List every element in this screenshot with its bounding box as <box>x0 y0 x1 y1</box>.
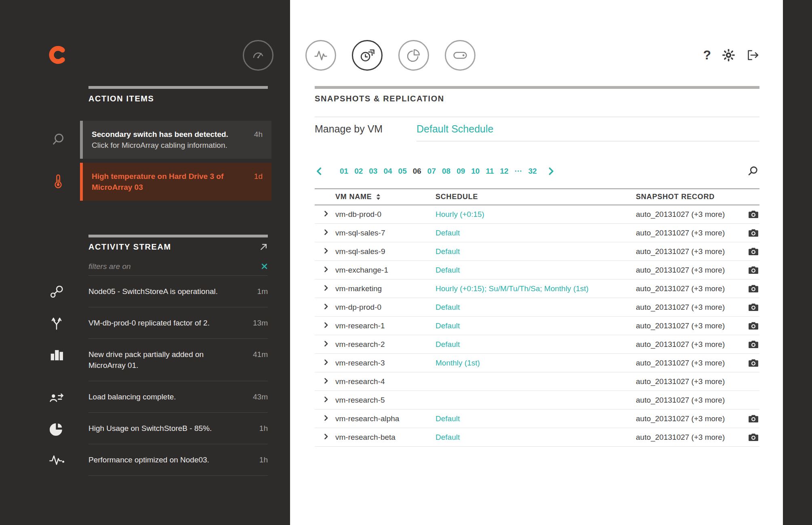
vm-name: vm-dp-prod-0 <box>335 303 435 312</box>
expand-row-button[interactable] <box>323 378 329 384</box>
nav-snapshots-button[interactable] <box>352 40 383 71</box>
expand-row-button[interactable] <box>323 396 329 403</box>
camera-icon[interactable] <box>748 340 759 349</box>
camera-icon[interactable] <box>748 247 759 256</box>
table-row: vm-research-1Defaultauto_20131027 (+3 mo… <box>315 317 759 335</box>
vm-schedule[interactable]: Hourly (+0:15); Su/M/Tu/Th/Sa; Monthly (… <box>435 284 636 293</box>
snapshot-record: auto_20131027 (+3 more) <box>636 247 743 256</box>
activity-item[interactable]: Performance optimized on Node03.1h <box>88 444 268 476</box>
expand-row-button[interactable] <box>323 248 329 254</box>
expand-row-button[interactable] <box>323 415 329 421</box>
vm-schedule[interactable]: Default <box>435 414 636 423</box>
expand-row-button[interactable] <box>323 322 329 328</box>
page-05[interactable]: 05 <box>398 167 407 176</box>
activity-text: Performance optimized on Node03. <box>88 454 247 465</box>
camera-icon[interactable] <box>748 359 759 368</box>
vm-schedule[interactable]: Default <box>435 229 636 237</box>
column-header-vm-name[interactable]: VM NAME <box>335 193 435 201</box>
close-icon[interactable] <box>261 263 268 270</box>
page-32[interactable]: 32 <box>528 167 537 176</box>
camera-icon[interactable] <box>748 229 759 237</box>
page-07[interactable]: 07 <box>427 167 436 176</box>
page-11[interactable]: 11 <box>486 167 494 176</box>
expand-row-button[interactable] <box>323 266 329 273</box>
activity-item[interactable]: VM-db-prod-0 replicated factor of 2.13m <box>88 307 268 339</box>
vm-schedule[interactable]: Default <box>435 303 636 312</box>
activity-item[interactable]: Node05 - SwitchStoreA is operational.1m <box>88 276 268 307</box>
main-panel: ? SNAPSHOTS & REPLICATION Manage by VMDe… <box>290 0 783 525</box>
search-icon[interactable] <box>747 166 759 177</box>
vm-schedule[interactable]: Default <box>435 266 636 275</box>
camera-icon[interactable] <box>748 266 759 275</box>
tab-manage-by-vm[interactable]: Manage by VM <box>315 117 417 141</box>
tab-default-schedule[interactable]: Default Schedule <box>417 117 493 141</box>
snapshot-record: auto_20131027 (+3 more) <box>636 396 743 405</box>
expand-row-button[interactable] <box>323 340 329 347</box>
activity-text: Load balancing complete. <box>88 391 247 402</box>
chevron-left-icon[interactable] <box>315 167 324 176</box>
activity-text: High Usage on SwitchStoreB - 85%. <box>88 423 247 434</box>
page-10[interactable]: 10 <box>471 167 480 176</box>
page-09[interactable]: 09 <box>456 167 465 176</box>
page-02[interactable]: 02 <box>354 167 363 176</box>
help-icon[interactable]: ? <box>703 48 711 62</box>
page-03[interactable]: 03 <box>369 167 377 176</box>
table-row: vm-research-alphaDefaultauto_20131027 (+… <box>315 410 759 428</box>
page-06[interactable]: 06 <box>413 167 421 176</box>
table-row: vm-research-4auto_20131027 (+3 more) <box>315 372 759 391</box>
coho-logo-icon[interactable] <box>48 44 69 65</box>
dashboard-gauge-button[interactable] <box>243 40 273 71</box>
activity-item[interactable]: High Usage on SwitchStoreB - 85%.1h <box>88 413 268 444</box>
activity-item[interactable]: New drive pack partially added on MicroA… <box>88 339 268 381</box>
expand-row-button[interactable] <box>323 210 329 217</box>
table-row: vm-research-3Monthly (1st)auto_20131027 … <box>315 354 759 372</box>
vm-name: vm-exchange-1 <box>335 266 435 275</box>
page-08[interactable]: 08 <box>442 167 450 176</box>
vm-name: vm-research-beta <box>335 433 435 442</box>
vm-schedule[interactable]: Monthly (1st) <box>435 359 636 368</box>
vm-schedule[interactable]: Hourly (+0:15) <box>435 210 636 219</box>
camera-icon[interactable] <box>748 210 759 219</box>
vm-name: vm-sql-sales-7 <box>335 229 435 237</box>
page-04[interactable]: 04 <box>383 167 392 176</box>
table-body: vm-db-prod-0Hourly (+0:15)auto_20131027 … <box>315 205 759 447</box>
action-item-card[interactable]: Secondary switch has been detected.4hCli… <box>80 121 271 159</box>
activity-time: 1h <box>247 454 268 465</box>
vm-name: vm-db-prod-0 <box>335 210 435 219</box>
page-12[interactable]: 12 <box>500 167 509 176</box>
activity-time: 1h <box>247 423 268 434</box>
camera-icon[interactable] <box>748 433 759 442</box>
gear-icon[interactable] <box>722 48 735 62</box>
expand-row-button[interactable] <box>323 303 329 310</box>
snapshot-record: auto_20131027 (+3 more) <box>636 210 743 219</box>
magnifier-icon <box>50 131 67 148</box>
camera-icon[interactable] <box>748 303 759 312</box>
chevron-right-icon[interactable] <box>547 167 555 176</box>
arrow-out-icon[interactable] <box>259 243 268 251</box>
table-row: vm-sql-sales-7Defaultauto_20131027 (+3 m… <box>315 224 759 242</box>
camera-icon[interactable] <box>748 284 759 293</box>
nav-storage-button[interactable] <box>445 40 475 71</box>
action-item-title: High temperature on Hard Drive 3 of Micr… <box>92 171 254 193</box>
expand-row-button[interactable] <box>323 229 329 235</box>
vm-schedule[interactable]: Default <box>435 321 636 330</box>
usage-pie-icon <box>48 420 65 438</box>
vm-schedule[interactable]: Default <box>435 340 636 349</box>
drive-icon <box>451 46 469 64</box>
sort-icon[interactable] <box>376 193 381 200</box>
activity-stream-title: ACTIVITY STREAM <box>88 242 171 252</box>
nav-performance-button[interactable] <box>305 40 336 71</box>
expand-row-button[interactable] <box>323 359 329 365</box>
expand-row-button[interactable] <box>323 285 329 291</box>
activity-item[interactable]: Load balancing complete.43m <box>88 381 268 413</box>
page-01[interactable]: 01 <box>340 167 348 176</box>
vm-schedule[interactable]: Default <box>435 247 636 256</box>
filters-row: filters are on <box>88 260 268 276</box>
logout-icon[interactable] <box>746 48 759 62</box>
expand-row-button[interactable] <box>323 433 329 440</box>
nav-analytics-button[interactable] <box>398 40 429 71</box>
vm-schedule[interactable]: Default <box>435 433 636 442</box>
camera-icon[interactable] <box>748 321 759 330</box>
action-item-card[interactable]: High temperature on Hard Drive 3 of Micr… <box>80 163 271 201</box>
camera-icon[interactable] <box>748 414 759 423</box>
